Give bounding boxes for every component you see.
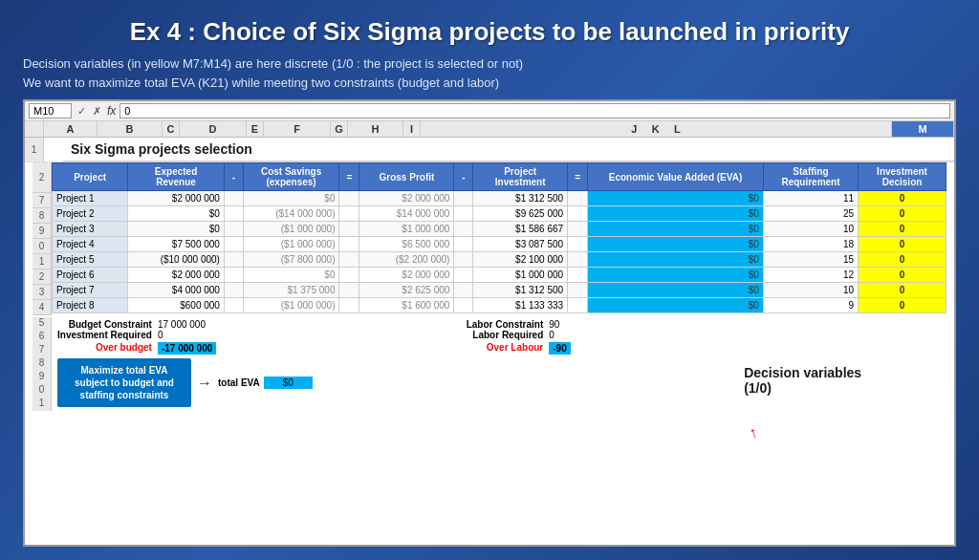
table-cell: 0: [859, 252, 946, 268]
table-cell: [454, 191, 473, 206]
table-cell: 0: [859, 222, 946, 237]
budget-values: 17 000 000 0 -17 000 000: [158, 319, 216, 355]
title-row: 1 Six Sigma projects selection: [25, 138, 954, 162]
table-cell: $2 000 000: [128, 268, 225, 283]
over-labour-value: -90: [549, 342, 570, 355]
table-cell: [339, 191, 359, 206]
table-cell: [339, 252, 359, 268]
table-cell: Project 4: [53, 237, 128, 252]
col-header-b[interactable]: B: [98, 121, 163, 137]
table-cell: Project 7: [53, 283, 128, 298]
table-cell: $0: [588, 206, 764, 222]
th-staffing: StaffingRequirement: [763, 163, 858, 191]
table-body: Project 1$2 000 000$0$2 000 000$1 312 50…: [53, 191, 946, 313]
cross-icon[interactable]: ✗: [91, 105, 103, 118]
table-cell: $0: [588, 252, 764, 268]
corner-cell: [25, 121, 44, 137]
table-cell: [454, 252, 473, 268]
table-cell: $0: [243, 191, 339, 206]
table-cell: [224, 222, 243, 237]
table-cell: [339, 222, 359, 237]
table-container: Project ExpectedRevenue - Cost Savings(e…: [52, 162, 946, 315]
table-cell: [568, 237, 588, 252]
decision-variables-area: Decision variables (1/0) ↑: [738, 317, 946, 411]
table-cell: $600 000: [128, 298, 225, 313]
table-cell: $1 586 667: [473, 222, 568, 237]
table-cell: 0: [859, 206, 946, 222]
row-numbers: 2 7 8 9 0 1 2 3 4: [33, 162, 52, 315]
maximize-row: Maximize total EVA subject to budget and…: [57, 358, 451, 407]
labor-values: 90 0 -90: [549, 319, 570, 355]
table-cell: $3 087 500: [473, 237, 568, 252]
checkmark-icon[interactable]: ✓: [76, 105, 88, 118]
total-eva-row: total EVA $0: [218, 377, 313, 389]
table-cell: Project 2: [53, 206, 128, 222]
table-cell: $2 000 000: [359, 191, 454, 206]
table-cell: 0: [859, 237, 946, 252]
table-cell: [454, 268, 473, 283]
col-header-g[interactable]: G: [331, 121, 348, 137]
excel-window: ✓ ✗ fx A B C D E F G H I J K L M 1: [23, 99, 956, 547]
table-cell: Project 8: [53, 298, 128, 313]
col-header-f[interactable]: F: [264, 121, 331, 137]
table-row: Project 4$7 500 000($1 000 000)$6 500 00…: [53, 237, 946, 252]
formula-input[interactable]: [120, 103, 950, 118]
col-header-j[interactable]: J K L: [421, 121, 892, 137]
table-cell: Project 5: [53, 252, 128, 268]
main-content: 2 7 8 9 0 1 2 3 4 P: [25, 162, 954, 545]
table-cell: ($7 800 000): [243, 252, 339, 268]
over-budget-label: Over budget: [57, 342, 152, 353]
table-cell: [568, 222, 588, 237]
table-cell: $2 625 000: [359, 283, 454, 298]
budget-rows: Budget Constraint Investment Required Ov…: [57, 319, 451, 355]
investment-required-label: Investment Required: [57, 330, 152, 340]
table-cell: [568, 298, 588, 313]
table-cell: $0: [588, 237, 764, 252]
labor-labels: Labor Constraint Labor Required Over Lab…: [467, 319, 544, 353]
table-row: Project 8$600 000($1 000 000)$1 600 000$…: [53, 298, 946, 313]
table-cell: $0: [588, 191, 764, 206]
labor-constraint-label: Labor Constraint: [467, 319, 544, 330]
section-title: Six Sigma projects selection: [63, 138, 954, 162]
col-header-c[interactable]: C: [163, 121, 180, 137]
th-decision: InvestmentDecision: [859, 163, 946, 191]
table-row: Project 7$4 000 000$1 375 000$2 625 000$…: [53, 283, 946, 298]
table-cell: 10: [763, 222, 858, 237]
table-cell: 0: [859, 191, 946, 206]
th-eva: Economic Value Added (EVA): [588, 163, 764, 191]
fx-label: fx: [107, 104, 116, 118]
table-cell: $9 625 000: [473, 206, 568, 222]
table-cell: [339, 298, 359, 313]
table-row-wrapper: 2 7 8 9 0 1 2 3 4 P: [33, 162, 946, 315]
column-headers: A B C D E F G H I J K L M: [25, 121, 954, 138]
table-cell: $4 000 000: [128, 283, 225, 298]
table-cell: [568, 252, 588, 268]
table-cell: [224, 206, 243, 222]
table-cell: [568, 206, 588, 222]
col-header-m[interactable]: M: [892, 121, 954, 137]
table-cell: Project 3: [53, 222, 128, 237]
col-header-i[interactable]: I: [403, 121, 421, 137]
table-cell: $2 000 000: [128, 191, 225, 206]
col-header-h[interactable]: H: [348, 121, 403, 137]
col-header-d[interactable]: D: [180, 121, 247, 137]
col-header-a[interactable]: A: [44, 121, 98, 137]
table-cell: 0: [859, 283, 946, 298]
name-box[interactable]: [29, 103, 72, 118]
table-cell: 12: [763, 268, 858, 283]
table-cell: 0: [859, 298, 946, 313]
budget-value1: 17 000 000: [158, 319, 216, 330]
table-cell: $2 000 000: [359, 268, 454, 283]
formula-bar: ✓ ✗ fx: [25, 101, 954, 121]
col-header-e[interactable]: E: [247, 121, 264, 137]
th-gross-profit: Gross Profit: [359, 163, 454, 191]
labor-required-label: Labor Required: [467, 330, 544, 340]
table-cell: 25: [763, 206, 858, 222]
table-cell: ($2 200 000): [359, 252, 454, 268]
labor-value1: 90: [549, 319, 570, 330]
total-eva-value: $0: [264, 377, 313, 389]
table-cell: [568, 283, 588, 298]
budget-labels: Budget Constraint Investment Required Ov…: [57, 319, 152, 353]
subtitle-line1: Decision variables (in yellow M7:M14) ar…: [23, 56, 523, 71]
table-cell: ($10 000 000): [128, 252, 225, 268]
